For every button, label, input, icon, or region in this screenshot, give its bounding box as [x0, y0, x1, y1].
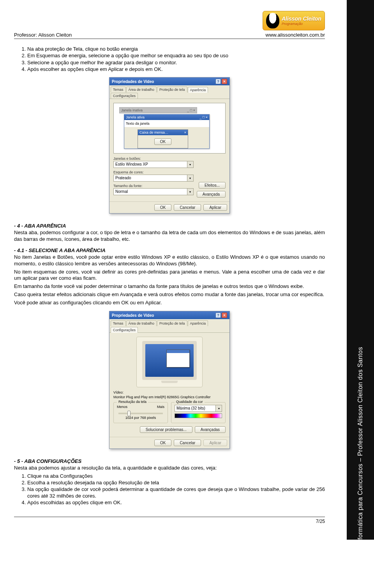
resolution-value: 1024 por 768 pixels: [117, 416, 164, 420]
section-41-p1: No item Janelas e Botões, você pode opta…: [14, 254, 325, 267]
tab-temas[interactable]: Temas: [111, 87, 126, 92]
close-icon[interactable]: ×: [222, 79, 227, 84]
tab-area-trabalho[interactable]: Área de trabalho: [126, 320, 157, 326]
close-icon[interactable]: ×: [222, 313, 227, 318]
label-esquema-cores: Esquema de cores:: [113, 170, 194, 174]
stripe-text: Informática para Concursos – Professor A…: [357, 347, 364, 540]
tab-configuracoes[interactable]: Configurações: [111, 93, 138, 99]
label-video: Vídeo:: [113, 390, 226, 394]
legend-qualidade: Qualidade da cor: [175, 400, 205, 404]
display-properties-dialog-appearance: Propriedades de Vídeo ? × Temas Área de …: [109, 77, 230, 214]
steps-list-2: Clique na aba Configurações Escolha a re…: [14, 473, 325, 506]
cancelar-button[interactable]: Cancelar: [174, 204, 201, 211]
steps-list-1: Na aba proteção de Tela, clique no botão…: [14, 46, 325, 72]
efeitos-button[interactable]: Efeitos...: [199, 182, 226, 189]
tab-area-trabalho[interactable]: Área de trabalho: [126, 87, 157, 92]
inactive-window-title: Janela inativa: [121, 108, 143, 112]
aplicar-button: Aplicar: [203, 440, 227, 446]
section-41-p3: Em tamanho da fonte você vai poder deter…: [14, 283, 325, 290]
res-mais-label: Mais: [157, 405, 164, 409]
list-item: Após escolher as opções clique em Aplica…: [27, 66, 325, 72]
preview-message-box: Caixa de mensa…× OK: [138, 129, 188, 148]
header-site: www.alissoncleiton.com.br: [266, 32, 325, 38]
header-professor: Professor: Alisson Cleiton: [14, 32, 72, 38]
fieldset-resolucao: Resolução da tela Menos Mais 1024 por 76…: [113, 402, 168, 423]
help-icon[interactable]: ?: [215, 313, 221, 318]
preview-mini-window: [166, 350, 190, 367]
message-title: Caixa de mensa…: [139, 131, 168, 134]
logo-subtitle: Programação: [282, 22, 321, 26]
help-icon[interactable]: ?: [215, 79, 221, 84]
dialog-tabs: Temas Área de trabalho Proteção de tela …: [109, 319, 229, 333]
tab-protecao-tela[interactable]: Proteção de tela: [157, 87, 187, 92]
chevron-down-icon[interactable]: ▾: [187, 161, 194, 168]
chevron-down-icon[interactable]: ▾: [187, 188, 194, 195]
dialog-footer: OK Cancelar Aplicar: [109, 437, 229, 449]
logo-name: Alisson Cleiton: [282, 16, 321, 22]
combo-tamanho-fonte[interactable]: Normal ▾: [113, 188, 194, 195]
aplicar-button[interactable]: Aplicar: [203, 204, 227, 211]
resolution-slider[interactable]: [118, 413, 163, 414]
section-4-body: Nesta aba, podemos configurar a cor, o t…: [14, 230, 325, 243]
combo-esquema-value: Prateado: [113, 175, 187, 182]
combo-janelas-botoes[interactable]: Estilo Windows XP ▾: [113, 161, 194, 168]
fieldset-qualidade: Qualidade da cor Máxima (32 bits) ▾: [171, 402, 226, 423]
video-adapter-text: Monitor Plug and Play em Intel(R) 82865G…: [113, 395, 226, 399]
list-item: Clique na aba Configurações: [27, 473, 325, 479]
combo-esquema-cores[interactable]: Prateado ▾: [113, 175, 194, 182]
tab-temas[interactable]: Temas: [111, 320, 126, 326]
avancadas-button[interactable]: Avançadas: [195, 426, 226, 433]
combo-qualidade-cor[interactable]: Máxima (32 bits) ▾: [175, 405, 222, 412]
section-41-title: - 4.1 - SELECIONE A ABA APARÊNCIA: [14, 247, 325, 253]
monitor-preview: [136, 337, 203, 387]
preview-active-window: Janela ativa_ □ × Texto da janela Caixa …: [124, 114, 210, 149]
avancada-button[interactable]: Avançada: [197, 191, 226, 198]
section-4-title: - 4 - ABA APARÊNCIA: [14, 223, 325, 229]
color-spectrum-bar: [175, 413, 222, 418]
page-number: 7/25: [14, 517, 325, 524]
combo-janelas-value: Estilo Windows XP: [113, 161, 187, 168]
dialog-titlebar: Propriedades de Vídeo ? ×: [109, 311, 229, 319]
dialog-tabs: Temas Área de trabalho Proteção de tela …: [109, 85, 229, 99]
page-header: Professor: Alisson Cleiton Alisson Cleit…: [14, 11, 325, 39]
combo-qualidade-value: Máxima (32 bits): [175, 405, 216, 412]
tab-protecao-tela[interactable]: Proteção de tela: [157, 320, 187, 326]
chevron-down-icon[interactable]: ▾: [187, 175, 194, 182]
res-menos-label: Menos: [117, 405, 127, 409]
ok-button[interactable]: OK: [154, 440, 171, 446]
dialog-title-text: Propriedades de Vídeo: [112, 79, 154, 84]
list-item: Na aba proteção de Tela, clique no botão…: [27, 46, 325, 52]
cancelar-button[interactable]: Cancelar: [174, 440, 201, 446]
legend-resolucao: Resolução da tela: [117, 400, 148, 404]
dialog-titlebar: Propriedades de Vídeo ? ×: [109, 78, 229, 85]
list-item: Após escolhidas as opções clique em OK.: [27, 500, 325, 506]
dialog-footer: OK Cancelar Aplicar: [109, 201, 229, 213]
tab-aparencia[interactable]: Aparência: [188, 87, 208, 93]
side-stripe: Informática para Concursos – Professor A…: [347, 0, 374, 540]
dialog-title-text: Propriedades de Vídeo: [112, 313, 154, 318]
preview-body-text: Texto da janela: [124, 120, 209, 127]
brand-logo: Alisson Cleiton Programação: [263, 11, 325, 30]
ok-button[interactable]: OK: [154, 204, 171, 211]
combo-fonte-value: Normal: [113, 188, 187, 195]
label-janelas-botoes: Janelas e botões:: [113, 157, 194, 161]
section-5-title: - 5 - ABA CONFIGURAÇÕES: [14, 458, 325, 464]
list-item: Em Esquemas de energia, selecione a opçã…: [27, 53, 325, 59]
page-content: Professor: Alisson Cleiton Alisson Cleit…: [0, 0, 339, 540]
message-ok-button[interactable]: OK: [154, 138, 171, 145]
tab-configuracoes[interactable]: Configurações: [111, 327, 138, 333]
preview-inactive-window: Janela inativa_ □ ×: [119, 107, 197, 113]
active-window-title: Janela ativa: [126, 115, 145, 119]
tab-aparencia[interactable]: Aparência: [188, 320, 208, 326]
list-item: Na opção qualidade de cor você poderá de…: [27, 486, 325, 499]
section-41-p2: No item esquemas de cores, você vai defi…: [14, 269, 325, 282]
list-item: Escolha a resolução desejada na opção Re…: [27, 480, 325, 486]
label-tamanho-fonte: Tamanho da fonte:: [113, 184, 194, 188]
appearance-preview: Janela inativa_ □ × Janela ativa_ □ × Te…: [113, 103, 226, 154]
section-5-intro: Nesta aba podemos ajustar a resolução da…: [14, 465, 325, 471]
section-41-p5: Você pode ativar as configurações clican…: [14, 300, 325, 306]
list-item: Selecione a opção que melhor lhe agradar…: [27, 60, 325, 66]
chevron-down-icon[interactable]: ▾: [216, 405, 222, 412]
solucionar-button[interactable]: Solucionar problemas...: [140, 426, 192, 433]
penguin-icon: [266, 13, 279, 28]
